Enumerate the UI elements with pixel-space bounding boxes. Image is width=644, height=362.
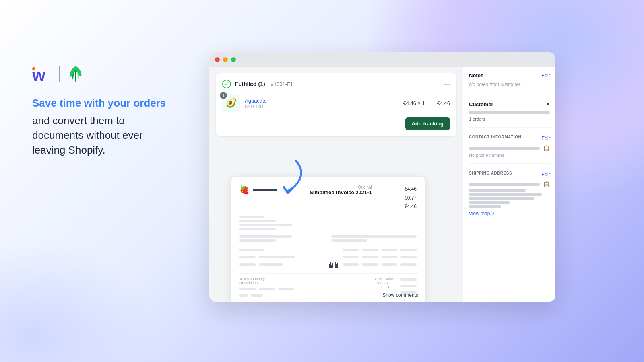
invoice-right: Original Simplified invoice 2021-1 <box>310 185 372 195</box>
leaf-logo-icon <box>66 64 85 84</box>
tax-pay-label: TAX pay <box>375 281 394 285</box>
svg-text:w: w <box>32 66 45 82</box>
shipping-address-row-1: 📋 <box>469 181 550 187</box>
invoice-card: 🍓 Original Simplified invoice 2021-1 €4.… <box>231 177 425 302</box>
description-label: Description <box>239 281 294 285</box>
product-quantity-badge: 1 <box>220 92 227 99</box>
shipping-address-bar-3 <box>469 193 542 196</box>
barcode <box>328 261 339 268</box>
customer-close-button[interactable]: × <box>546 101 550 108</box>
product-row: 🥑 1 Aguacate SKU: 001 €4.46 × 1 €4.46 <box>222 94 450 112</box>
invoice-table-row-1 <box>239 247 417 253</box>
shipping-address-bar-6 <box>469 205 501 208</box>
notes-title: Notes <box>469 72 483 78</box>
shipping-address-bar-5 <box>469 201 510 204</box>
external-link-icon: ↗ <box>491 211 495 216</box>
right-sidebar: Notes Edit No notes from customer Custom… <box>463 67 555 302</box>
customer-title: Customer <box>469 101 493 107</box>
gross-value-label: Gross value <box>375 277 394 281</box>
order-main: ✓ Fulfilled (1) #1001-F1 ··· 🥑 1 Aguac <box>209 67 463 302</box>
notes-header: Notes Edit <box>469 72 550 78</box>
invoice-amounts: €4.46 €0.77 €4.46 <box>405 185 417 211</box>
customer-section: Customer × 1 orders <box>469 101 550 128</box>
browser-content: ✓ Fulfilled (1) #1001-F1 ··· 🥑 1 Aguac <box>209 67 555 302</box>
strawberry-icon: 🍓 <box>239 185 250 195</box>
total-paid-label: Total paid <box>375 285 394 289</box>
fulfilled-header: ✓ Fulfilled (1) #1001-F1 ··· <box>222 80 450 88</box>
contact-subtitle: CONTACT INFORMATION <box>469 135 521 139</box>
fulfilled-left: ✓ Fulfilled (1) #1001-F1 <box>222 80 293 88</box>
order-menu-dots[interactable]: ··· <box>444 80 450 88</box>
w-logo: w <box>32 66 52 82</box>
notes-edit-link[interactable]: Edit <box>541 73 550 78</box>
invoice-skeleton-1 <box>239 216 417 230</box>
product-unit-price: €4.46 × 1 <box>403 100 425 106</box>
fulfilled-title: Fulfilled (1) <box>235 81 265 87</box>
shipping-section: SHIPPING ADDRESS Edit 📋 View map ↗ <box>469 171 550 222</box>
contact-email-bar <box>469 147 540 150</box>
browser-topbar <box>209 52 555 67</box>
product-emoji: 🥑 <box>226 98 237 108</box>
fulfilled-card: ✓ Fulfilled (1) #1001-F1 ··· 🥑 1 Aguac <box>216 73 456 136</box>
customer-name-placeholder <box>469 111 550 114</box>
invoice-table <box>239 247 417 268</box>
no-phone-text: No phone number <box>469 153 550 158</box>
copy-address-icon[interactable]: 📋 <box>543 181 550 187</box>
taxes-summary-label: Taxes summary <box>239 277 294 281</box>
shipping-header: SHIPPING ADDRESS Edit <box>469 171 550 178</box>
contact-edit-link[interactable]: Edit <box>541 136 550 141</box>
show-comments-link[interactable]: Show comments <box>382 291 418 298</box>
shipping-address-bar-4 <box>469 197 534 200</box>
fulfilled-icon: ✓ <box>222 80 231 88</box>
logo-area: w <box>32 64 201 84</box>
product-image-wrap: 🥑 1 <box>222 94 240 112</box>
add-tracking-button[interactable]: Add tracking <box>405 117 450 130</box>
customer-orders-count: 1 orders <box>469 117 550 121</box>
customer-header: Customer × <box>469 101 550 108</box>
logo-divider <box>59 66 60 82</box>
minimize-dot[interactable] <box>223 57 228 62</box>
order-id: #1001-F1 <box>271 81 293 87</box>
close-dot[interactable] <box>215 57 220 62</box>
product-name-link[interactable]: Aguacate <box>245 98 267 104</box>
shipping-address-bar-2 <box>469 189 526 192</box>
tagline-dark: and convert them todocuments without eve… <box>32 113 201 157</box>
invoice-header: 🍓 Original Simplified invoice 2021-1 €4.… <box>239 185 417 211</box>
invoice-title: Simplified invoice 2021-1 <box>310 189 372 195</box>
notes-content: No notes from customer <box>469 82 550 87</box>
product-info: Aguacate SKU: 001 <box>245 97 398 109</box>
tracking-row: Add tracking <box>222 117 450 130</box>
maximize-dot[interactable] <box>231 57 236 62</box>
notes-section: Notes Edit No notes from customer <box>469 72 550 93</box>
shipping-address-bar-1 <box>469 183 540 186</box>
invoice-original-label: Original <box>310 185 372 189</box>
arrow-icon <box>272 157 304 197</box>
invoice-table-row-2 <box>239 254 417 260</box>
invoice-skeleton-grid <box>239 234 417 243</box>
invoice-amount-1: €4.46 <box>405 185 417 194</box>
invoice-footer-left: Taxes summary Description <box>239 277 294 298</box>
invoice-table-row-barcode <box>239 261 417 268</box>
contact-section: CONTACT INFORMATION Edit 📋 No phone numb… <box>469 135 550 164</box>
browser-window: ✓ Fulfilled (1) #1001-F1 ··· 🥑 1 Aguac <box>209 52 555 302</box>
shipping-subtitle: SHIPPING ADDRESS <box>469 171 512 175</box>
invoice-amount-2: €0.77 <box>405 194 417 203</box>
bg-bottom-left <box>0 241 161 362</box>
view-map-link[interactable]: View map ↗ <box>469 211 495 216</box>
product-sku: SKU: 001 <box>245 104 398 109</box>
product-total: €4.46 <box>430 100 450 106</box>
tagline-blue: Save time with your orders <box>32 97 201 110</box>
contact-header: CONTACT INFORMATION Edit <box>469 135 550 142</box>
arrow-wrap <box>272 157 304 199</box>
contact-email-row: 📋 <box>469 145 550 151</box>
shipping-edit-link[interactable]: Edit <box>541 172 550 177</box>
copy-email-icon[interactable]: 📋 <box>543 145 550 151</box>
left-panel: w Save time with your orders and convert… <box>32 64 201 157</box>
invoice-amount-3: €4.46 <box>405 202 417 211</box>
